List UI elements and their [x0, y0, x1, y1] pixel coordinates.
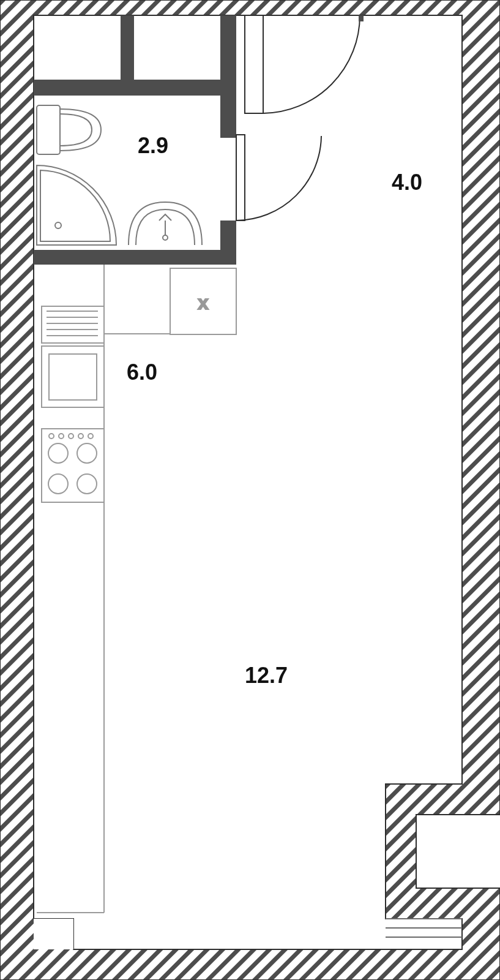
- svg-rect-12: [359, 15, 364, 21]
- living-area-label: 12.7: [245, 663, 288, 688]
- svg-rect-10: [34, 250, 236, 265]
- svg-rect-2: [34, 919, 73, 949]
- sink-box-icon: x: [170, 268, 236, 334]
- svg-rect-11: [245, 15, 263, 113]
- svg-rect-8: [220, 15, 236, 138]
- hall-area-label: 4.0: [392, 170, 422, 195]
- sink-marker: x: [198, 292, 209, 314]
- bathroom-area-label: 2.9: [138, 133, 168, 158]
- svg-rect-6: [34, 80, 236, 96]
- exterior-wall: [0, 0, 500, 980]
- floorplan: x: [0, 0, 500, 980]
- svg-rect-7: [121, 15, 134, 83]
- kitchen-area-label: 6.0: [127, 360, 157, 385]
- svg-rect-13: [236, 135, 245, 221]
